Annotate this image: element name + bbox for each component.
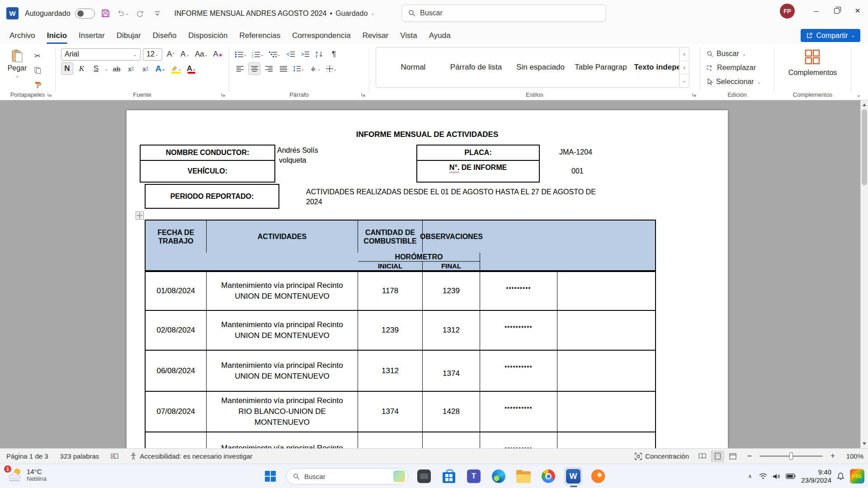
copy-button[interactable] <box>32 64 43 76</box>
cell-final[interactable]: 1374 <box>423 351 480 391</box>
autosave-toggle[interactable] <box>75 9 95 19</box>
decrease-indent-button[interactable] <box>284 48 297 61</box>
cell-date[interactable]: 06/08/2024 <box>146 351 207 391</box>
tray-show-hidden-button[interactable]: ∧ <box>746 473 754 479</box>
styles-scroll-down-button[interactable]: ∨ <box>679 61 689 75</box>
tab-revisar[interactable]: Revisar <box>357 27 395 44</box>
cell-inicial[interactable]: 1239 <box>358 311 423 350</box>
header-observaciones[interactable]: OBSERVACIONES <box>423 221 480 253</box>
cell-fuel[interactable]: ********* <box>480 272 557 310</box>
weather-widget[interactable]: 1 14°C Neblina <box>6 467 47 483</box>
taskbar-app-firefox[interactable] <box>589 467 607 485</box>
cell-inicial[interactable]: 1374 <box>358 392 423 432</box>
document-page[interactable]: INFORME MENSUAL DE ACTIVIDADES NOMBRE CO… <box>127 110 728 448</box>
styles-dialog-launcher-icon[interactable] <box>692 92 697 97</box>
subscript-button[interactable]: x2 <box>125 62 137 75</box>
text-effects-button[interactable]: A⌄ <box>154 62 166 75</box>
document-heading[interactable]: INFORME MENSUAL DE ACTIVIDADES <box>127 130 728 139</box>
borders-button[interactable]: ⌄ <box>325 62 338 75</box>
style-parrafo-de-lista[interactable]: Párrafo de lista <box>442 63 510 72</box>
font-size-combo[interactable]: 12 ⌄ <box>143 48 162 61</box>
line-spacing-button[interactable]: ⌄ <box>292 62 306 75</box>
zoom-in-button[interactable]: + <box>829 451 836 461</box>
activities-table[interactable]: FECHA DE TRABAJO ACTIVIDADES HORÓMETRO C… <box>145 220 656 448</box>
zoom-out-button[interactable]: − <box>746 451 753 461</box>
change-case-button[interactable]: Aa⌄ <box>193 48 209 61</box>
accessibility-button[interactable]: Accesibilidad: es necesario investigar <box>130 452 252 460</box>
word-app-icon[interactable]: W <box>6 7 19 19</box>
tab-correspondencia[interactable]: Correspondencia <box>286 27 356 44</box>
cell-inicial[interactable]: 1178 <box>358 272 423 310</box>
minimize-button[interactable]: ─ <box>806 0 826 22</box>
tab-referencias[interactable]: Referencias <box>233 27 286 44</box>
redo-button[interactable] <box>134 7 146 20</box>
cell-final[interactable]: 1504 <box>423 432 480 448</box>
wifi-icon[interactable] <box>759 473 767 479</box>
styles-more-button[interactable]: ⌄ <box>679 74 689 87</box>
periodo-label-box[interactable]: PERIODO REPORTADO: <box>145 184 279 209</box>
cell-inicial[interactable]: 1428 <box>358 432 423 448</box>
taskbar-app-dark[interactable] <box>415 467 433 485</box>
bullets-button[interactable]: ⌄ <box>234 48 248 61</box>
bold-button[interactable]: N <box>61 62 73 75</box>
read-mode-button[interactable] <box>695 450 709 462</box>
select-button[interactable]: Seleccionar ⌄ <box>707 77 774 87</box>
header-horometro[interactable]: HORÓMETRO <box>358 253 480 262</box>
tab-insertar[interactable]: Insertar <box>73 27 111 44</box>
clear-formatting-button[interactable]: A <box>212 48 224 61</box>
cut-button[interactable]: ✂ <box>32 50 43 61</box>
customize-quick-access-button[interactable] <box>151 7 164 20</box>
font-name-combo[interactable]: Arial ⌄ <box>61 48 141 61</box>
tab-dibujar[interactable]: Dibujar <box>111 27 147 44</box>
cell-observations[interactable] <box>557 311 653 350</box>
shrink-font-button[interactable]: A⌄ <box>179 48 191 61</box>
tab-inicio[interactable]: Inicio <box>41 27 73 44</box>
conductor-value-line2[interactable]: volqueta <box>279 155 307 165</box>
preview-badge-icon[interactable]: PRE <box>850 469 864 483</box>
style-normal[interactable]: Normal <box>384 63 442 72</box>
justify-button[interactable] <box>277 62 289 75</box>
superscript-button[interactable]: x2 <box>139 62 151 75</box>
taskbar-app-word[interactable]: W <box>564 467 582 485</box>
vertical-scrollbar[interactable] <box>860 100 868 448</box>
proofing-errors-button[interactable] <box>111 453 118 460</box>
increase-indent-button[interactable] <box>299 48 311 61</box>
paragraph-dialog-launcher-icon[interactable] <box>361 92 366 97</box>
web-layout-button[interactable] <box>726 450 740 462</box>
battery-icon[interactable] <box>786 474 796 479</box>
taskbar-app-store[interactable] <box>440 467 458 485</box>
style-texto-independiente[interactable]: Texto indeper <box>631 63 679 72</box>
zoom-level[interactable]: 100% <box>843 452 863 460</box>
style-sin-espaciado[interactable]: Sin espaciado <box>510 63 571 72</box>
format-painter-button[interactable] <box>32 79 43 90</box>
align-right-button[interactable] <box>263 62 275 75</box>
tab-ayuda[interactable]: Ayuda <box>423 27 457 44</box>
header-final[interactable]: FINAL <box>423 262 480 270</box>
cell-activity[interactable]: Mantenimiento vía principal Recinto RÍO … <box>207 432 358 448</box>
header-cantidad[interactable]: CANTIDAD DE COMBUSTIBLE <box>358 221 423 253</box>
tab-disposicion[interactable]: Disposición <box>183 27 234 44</box>
align-center-button[interactable] <box>248 62 260 75</box>
grow-font-button[interactable]: A^ <box>165 48 177 61</box>
placa-value[interactable]: JMA-1204 <box>559 147 592 157</box>
cell-final[interactable]: 1428 <box>423 392 480 432</box>
save-button[interactable] <box>99 7 112 20</box>
cell-date[interactable]: 07/08/2024 <box>146 392 207 432</box>
vehiculo-label-box[interactable]: VEHÍCULO: <box>140 160 275 183</box>
cell-observations[interactable] <box>557 432 653 448</box>
zoom-slider[interactable] <box>760 455 823 457</box>
font-color-button[interactable]: A ⌄ <box>185 62 198 75</box>
cell-fuel[interactable]: ********** <box>480 311 557 350</box>
highlight-button[interactable]: ⌄ <box>169 62 183 75</box>
cell-activity[interactable]: Mantenimiento vía principal Recinto RIO … <box>207 392 358 432</box>
conductor-value-line1[interactable]: Andrés Solís <box>277 145 318 155</box>
cell-activity[interactable]: Mantenimiento vía principal Recinto UNIO… <box>207 351 358 391</box>
word-count[interactable]: 323 palabras <box>60 452 99 460</box>
font-dialog-launcher-icon[interactable] <box>221 92 226 97</box>
cell-final[interactable]: 1312 <box>423 311 480 350</box>
notifications-bell-icon[interactable] <box>837 472 844 480</box>
tab-archivo[interactable]: Archivo <box>4 27 41 44</box>
header-fecha[interactable]: FECHA DE TRABAJO <box>146 221 207 253</box>
search-box[interactable]: Buscar <box>401 5 606 22</box>
taskbar-app-edge[interactable] <box>490 467 508 485</box>
